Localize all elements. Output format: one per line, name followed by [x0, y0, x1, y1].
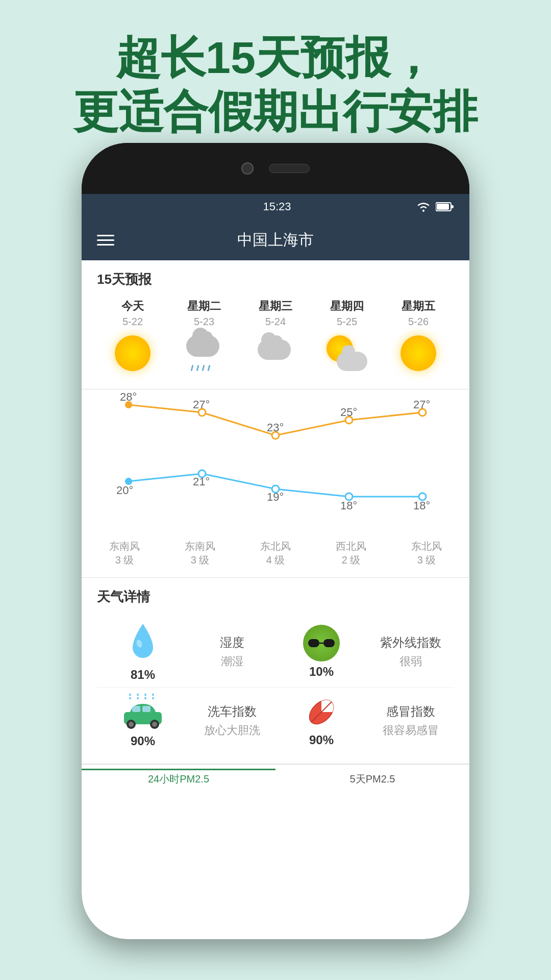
high-label-4: 27° [413, 398, 430, 411]
svg-point-18 [152, 722, 157, 727]
day-name-1: 星期二 [187, 299, 221, 314]
tab-pm25-5d[interactable]: 5天PM2.5 [276, 765, 469, 790]
weather-icon-2 [255, 333, 296, 374]
wind-col-1: 东南风 3 级 [167, 540, 233, 567]
front-camera [241, 162, 254, 175]
phone-screen: 15天预报 今天 5-22 星期二 5-23 [82, 260, 469, 939]
weather-icon-0 [112, 333, 153, 374]
high-label-1: 27° [193, 398, 210, 411]
wind-col-4: 东北风 3 级 [393, 540, 460, 567]
uv-sublabel: 很弱 [399, 654, 422, 669]
page-header: 超长15天预报， 更适合假期出行安排 [0, 0, 551, 159]
cold-value: 90% [309, 733, 334, 747]
forecast-section: 15天预报 今天 5-22 星期二 5-23 [82, 260, 469, 389]
forecast-title: 15天预报 [97, 271, 454, 288]
carwash-label-item: 洗车指数 放心大胆洗 [189, 703, 276, 738]
humidity-label-item: 湿度 潮湿 [189, 634, 276, 669]
app-title: 中国上海市 [237, 230, 314, 251]
menu-line-2 [97, 239, 114, 241]
battery-icon [436, 202, 454, 212]
low-label-3: 18° [340, 499, 357, 512]
wind-col-3: 西北风 2 级 [318, 540, 384, 567]
wifi-icon [416, 201, 431, 212]
menu-button[interactable] [97, 235, 114, 246]
humidity-sublabel: 潮湿 [221, 654, 243, 669]
tab-no-indicator [276, 769, 469, 770]
day-name-3: 星期四 [330, 299, 364, 314]
wind-dir-2: 东北风 [260, 540, 291, 553]
wind-level-0: 3 级 [115, 553, 134, 567]
status-bar: 15:23 [82, 194, 469, 219]
details-row-1: 81% 湿度 潮湿 [97, 616, 454, 688]
pc-cloud-3 [337, 352, 367, 371]
water-drop-icon [125, 621, 161, 665]
day-date-1: 5-23 [194, 316, 214, 328]
day-col-4: 星期五 5-26 [385, 299, 452, 379]
wind-row: 东南风 3 级 东南风 3 级 东北风 4 级 西北风 2 级 东北风 3 [82, 534, 469, 578]
temp-chart-svg: 28° 27° 23° 25° 27° 20° [92, 389, 459, 532]
tab-label-5d: 5天PM2.5 [350, 772, 395, 786]
sun-icon-4 [400, 335, 436, 371]
pill-icon [304, 694, 339, 730]
status-icons [416, 201, 454, 212]
cloud-rain-icon-1 [184, 335, 224, 371]
sunglasses-svg [308, 637, 335, 649]
weather-icon-3 [327, 333, 367, 374]
rain-drops [191, 365, 210, 371]
svg-rect-5 [308, 639, 319, 647]
phone-shell: 15:23 [82, 143, 469, 939]
wind-level-3: 2 级 [342, 553, 361, 567]
svg-rect-3 [451, 205, 454, 208]
sun-icon-0 [115, 335, 151, 371]
wind-dir-3: 西北风 [336, 540, 366, 553]
weather-icon-1 [184, 333, 224, 374]
day-date-3: 5-25 [337, 316, 357, 328]
speaker [269, 164, 310, 173]
carwash-label: 洗车指数 [208, 703, 257, 720]
carwash-item: 90% [97, 693, 189, 748]
menu-line-1 [97, 235, 114, 236]
cloud-bump-2b [270, 335, 283, 348]
phone-top-bar [82, 143, 469, 194]
wind-dir-1: 东南风 [185, 540, 215, 553]
day-name-2: 星期三 [259, 299, 292, 314]
low-label-0: 20° [116, 484, 133, 497]
carwash-sublabel: 放心大胆洗 [204, 723, 260, 738]
cloud-body [186, 335, 219, 357]
svg-point-16 [129, 722, 134, 727]
day-date-0: 5-22 [122, 316, 143, 328]
days-row: 今天 5-22 星期二 5-23 [97, 299, 454, 379]
humidity-item: 81% [97, 621, 189, 682]
humidity-label: 湿度 [220, 634, 244, 651]
tab-indicator-active [82, 769, 276, 770]
uv-label: 紫外线指数 [380, 634, 441, 651]
carwash-value: 90% [131, 734, 155, 748]
uv-value: 10% [309, 665, 334, 679]
day-date-4: 5-26 [408, 316, 429, 328]
header-title: 超长15天预报， 更适合假期出行安排 [20, 31, 531, 138]
day-col-1: 星期二 5-23 [171, 299, 237, 379]
app-bar: 中国上海市 [82, 219, 469, 260]
high-label-0: 28° [120, 390, 137, 403]
cold-sublabel: 很容易感冒 [383, 723, 439, 738]
tab-pm25-24h[interactable]: 24小时PM2.5 [82, 765, 276, 790]
partly-cloudy-icon-3 [327, 335, 367, 371]
bottom-tabs: 24小时PM2.5 5天PM2.5 [82, 764, 469, 790]
wind-col-0: 东南风 3 级 [91, 540, 158, 567]
car-wash-icon [120, 693, 166, 731]
svg-rect-6 [323, 639, 335, 647]
sunglasses-face-icon [303, 625, 340, 662]
svg-rect-2 [437, 204, 449, 210]
day-col-2: 星期三 5-24 [242, 299, 309, 379]
day-name-4: 星期五 [402, 299, 435, 314]
details-title: 天气详情 [97, 588, 454, 606]
rain-drop-3 [202, 365, 205, 371]
humidity-value: 81% [131, 668, 155, 682]
details-row-2: 90% 洗车指数 放心大胆洗 [97, 688, 454, 753]
uv-label-item: 紫外线指数 很弱 [367, 634, 454, 669]
menu-line-3 [97, 244, 114, 246]
cold-label-item: 感冒指数 很容易感冒 [367, 703, 454, 738]
low-label-2: 19° [267, 491, 284, 503]
cold-label: 感冒指数 [386, 703, 435, 720]
svg-point-0 [422, 210, 424, 212]
